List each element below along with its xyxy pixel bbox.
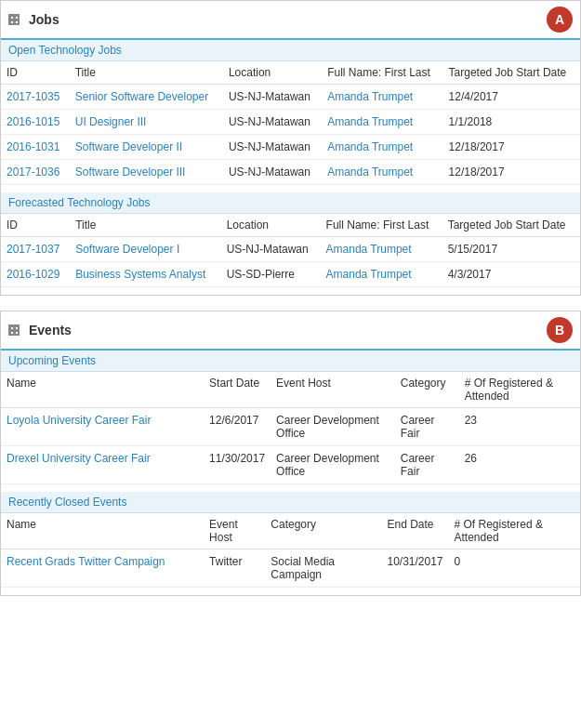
event-host-cell: Twitter xyxy=(204,549,265,588)
job-title-cell: UI Designer III xyxy=(70,110,223,135)
col-name: Name xyxy=(1,372,204,408)
jobs-section: Jobs A Open Technology Jobs ID Title Loc… xyxy=(0,0,581,296)
grid-icon-events xyxy=(8,324,20,336)
job-fullname-link[interactable]: Amanda Trumpet xyxy=(326,268,412,281)
col-enddate: End Date xyxy=(381,513,448,549)
job-id-link[interactable]: 2016-1029 xyxy=(7,268,59,281)
event-enddate-cell: 10/31/2017 xyxy=(381,549,448,588)
event-host-cell: Career Development Office xyxy=(271,408,395,446)
event-category-cell: Career Fair xyxy=(395,446,459,484)
events-title-text: Events xyxy=(29,323,72,338)
job-id-cell: 2016-1029 xyxy=(1,262,70,287)
open-jobs-tbody: 2017-1035 Senior Software Developer US-N… xyxy=(1,85,580,185)
col-host: Event Host xyxy=(204,513,265,549)
forecasted-jobs-header-row: ID Title Location Full Name: First Last … xyxy=(1,214,580,237)
col-id: ID xyxy=(1,61,70,85)
col-registered: # Of Registered & Attended xyxy=(449,513,580,549)
job-id-cell: 2016-1031 xyxy=(1,135,70,160)
table-row: 2016-1031 Software Developer II US-NJ-Ma… xyxy=(1,135,580,160)
job-location-cell: US-NJ-Matawan xyxy=(223,110,322,135)
job-title-cell: Software Developer I xyxy=(70,237,221,262)
event-host-cell: Career Development Office xyxy=(271,446,395,484)
job-id-cell: 2017-1035 xyxy=(1,85,70,110)
job-startdate-cell: 5/15/2017 xyxy=(442,237,580,262)
job-title-link[interactable]: Senior Software Developer xyxy=(75,90,208,103)
job-title-link[interactable]: Business Systems Analyst xyxy=(75,268,205,281)
job-id-cell: 2017-1036 xyxy=(1,160,70,185)
event-startdate-cell: 11/30/2017 xyxy=(204,446,271,484)
col-host: Event Host xyxy=(271,372,395,408)
table-row: 2017-1037 Software Developer I US-NJ-Mat… xyxy=(1,237,580,262)
job-fullname-cell: Amanda Trumpet xyxy=(321,237,442,262)
event-startdate-cell: 12/6/2017 xyxy=(204,408,271,446)
events-title: Events xyxy=(8,323,72,338)
col-registered: # Of Registered & Attended xyxy=(459,372,580,408)
col-startdate: Targeted Job Start Date xyxy=(443,61,580,85)
grid-icon xyxy=(8,14,20,25)
table-row: 2017-1035 Senior Software Developer US-N… xyxy=(1,85,580,110)
job-location-cell: US-NJ-Matawan xyxy=(223,135,322,160)
job-title-link[interactable]: Software Developer III xyxy=(75,165,186,179)
job-startdate-cell: 12/18/2017 xyxy=(443,160,580,185)
job-id-link[interactable]: 2017-1035 xyxy=(7,90,59,103)
job-fullname-link[interactable]: Amanda Trumpet xyxy=(327,90,413,103)
event-name-link[interactable]: Loyola University Career Fair xyxy=(7,414,151,427)
job-fullname-link[interactable]: Amanda Trumpet xyxy=(327,115,413,128)
closed-events-label: Recently Closed Events xyxy=(1,492,580,513)
job-id-link[interactable]: 2017-1037 xyxy=(7,243,59,256)
event-name-link[interactable]: Drexel University Career Fair xyxy=(7,452,151,465)
job-id-link[interactable]: 2016-1031 xyxy=(7,140,59,153)
event-name-link[interactable]: Recent Grads Twitter Campaign xyxy=(7,555,165,568)
col-name: Name xyxy=(1,513,204,549)
job-fullname-cell: Amanda Trumpet xyxy=(322,160,442,185)
job-title-link[interactable]: Software Developer II xyxy=(75,140,182,153)
jobs-title-text: Jobs xyxy=(29,12,59,27)
job-id-cell: 2017-1037 xyxy=(1,237,70,262)
job-id-cell: 2016-1015 xyxy=(1,110,70,135)
col-category: Category xyxy=(265,513,381,549)
event-category-cell: Social Media Campaign xyxy=(265,549,381,588)
col-fullname: Full Name: First Last xyxy=(322,61,442,85)
table-row: 2017-1036 Software Developer III US-NJ-M… xyxy=(1,160,580,185)
job-fullname-link[interactable]: Amanda Trumpet xyxy=(327,165,413,179)
job-location-cell: US-NJ-Matawan xyxy=(223,160,322,185)
closed-events-header-row: Name Event Host Category End Date # Of R… xyxy=(1,513,580,549)
event-registered-cell: 26 xyxy=(459,446,580,484)
jobs-section-header: Jobs A xyxy=(1,1,580,40)
forecasted-jobs-tbody: 2017-1037 Software Developer I US-NJ-Mat… xyxy=(1,237,580,287)
job-location-cell: US-NJ-Matawan xyxy=(223,85,322,110)
job-startdate-cell: 4/3/2017 xyxy=(442,262,580,287)
col-location: Location xyxy=(221,214,321,237)
table-row: 2016-1029 Business Systems Analyst US-SD… xyxy=(1,262,580,287)
job-fullname-cell: Amanda Trumpet xyxy=(322,110,442,135)
events-section-header: Events B xyxy=(1,311,580,351)
upcoming-events-tbody: Loyola University Career Fair 12/6/2017 … xyxy=(1,408,580,484)
job-fullname-link[interactable]: Amanda Trumpet xyxy=(326,243,412,256)
job-location-cell: US-NJ-Matawan xyxy=(221,237,321,262)
job-title-link[interactable]: UI Designer III xyxy=(75,115,147,128)
job-fullname-cell: Amanda Trumpet xyxy=(322,135,442,160)
job-title-link[interactable]: Software Developer I xyxy=(75,243,179,256)
open-jobs-header-row: ID Title Location Full Name: First Last … xyxy=(1,61,580,85)
jobs-badge: A xyxy=(547,7,573,33)
closed-events-table: Name Event Host Category End Date # Of R… xyxy=(1,513,580,588)
job-title-cell: Software Developer III xyxy=(70,160,223,185)
job-title-cell: Software Developer II xyxy=(70,135,223,160)
table-row: 2016-1015 UI Designer III US-NJ-Matawan … xyxy=(1,110,580,135)
col-title: Title xyxy=(70,61,223,85)
job-title-cell: Business Systems Analyst xyxy=(70,262,221,287)
jobs-title: Jobs xyxy=(8,12,59,27)
open-jobs-label: Open Technology Jobs xyxy=(1,40,580,61)
table-row: Drexel University Career Fair 11/30/2017… xyxy=(1,446,580,484)
upcoming-events-header-row: Name Start Date Event Host Category # Of… xyxy=(1,372,580,408)
job-id-link[interactable]: 2016-1015 xyxy=(7,115,59,128)
job-startdate-cell: 12/4/2017 xyxy=(443,85,580,110)
job-startdate-cell: 12/18/2017 xyxy=(443,135,580,160)
table-row: Loyola University Career Fair 12/6/2017 … xyxy=(1,408,580,446)
events-badge: B xyxy=(547,317,573,343)
job-id-link[interactable]: 2017-1036 xyxy=(7,165,59,179)
upcoming-events-table: Name Start Date Event Host Category # Of… xyxy=(1,372,580,484)
job-fullname-link[interactable]: Amanda Trumpet xyxy=(327,140,413,153)
events-section: Events B Upcoming Events Name Start Date… xyxy=(0,311,581,596)
job-fullname-cell: Amanda Trumpet xyxy=(321,262,442,287)
